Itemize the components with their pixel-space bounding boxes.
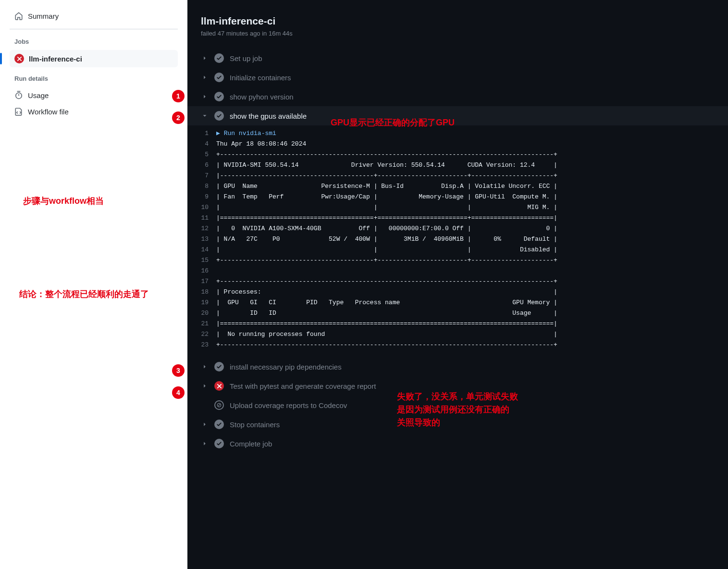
line-content: +---------------------------------------… bbox=[216, 340, 728, 350]
chevron-right-icon bbox=[201, 54, 209, 62]
step-label: Upload coverage reports to Codecov bbox=[230, 401, 347, 409]
usage-link[interactable]: Usage bbox=[10, 87, 178, 103]
log-line: 18| Processes: | bbox=[187, 287, 728, 297]
line-number: 23 bbox=[187, 340, 216, 350]
log-line: 6| NVIDIA-SMI 550.54.14 Driver Version: … bbox=[187, 160, 728, 171]
x-icon bbox=[214, 381, 224, 391]
check-icon bbox=[214, 439, 224, 448]
log-line: 4Thu Apr 18 08:08:46 2024 bbox=[187, 139, 728, 149]
line-content: +---------------------------------------… bbox=[216, 255, 728, 266]
line-number: 16 bbox=[187, 266, 216, 276]
log-line: 19| GPU GI CI PID Type Process name GPU … bbox=[187, 297, 728, 308]
log-line: 17+-------------------------------------… bbox=[187, 276, 728, 287]
step-row[interactable]: show the gpus available bbox=[187, 106, 728, 125]
line-number: 8 bbox=[187, 181, 216, 192]
line-content: | Fan Temp Perf Pwr:Usage/Cap | Memory-U… bbox=[216, 192, 728, 202]
time-ago: 47 minutes ago bbox=[218, 30, 260, 37]
line-number: 11 bbox=[187, 213, 216, 223]
annotation-steps: 步骤与workflow相当 bbox=[23, 195, 104, 207]
line-number: 7 bbox=[187, 171, 216, 181]
log-line: 7|--------------------------------------… bbox=[187, 171, 728, 181]
chevron-right-icon bbox=[201, 421, 209, 428]
line-number: 15 bbox=[187, 255, 216, 266]
line-number: 4 bbox=[187, 139, 216, 149]
step-row[interactable]: Set up job bbox=[187, 49, 728, 68]
log-line: 23+-------------------------------------… bbox=[187, 340, 728, 350]
annotation-badge-4: 4 bbox=[172, 386, 185, 399]
line-number: 17 bbox=[187, 276, 216, 287]
step-row[interactable]: Test with pytest and generate coverage r… bbox=[187, 376, 728, 396]
duration: 16m 44s bbox=[269, 30, 293, 37]
chevron-right-icon bbox=[201, 74, 209, 81]
step-label: show the gpus available bbox=[230, 112, 307, 120]
line-number: 21 bbox=[187, 319, 216, 329]
step-label: Complete job bbox=[230, 440, 272, 448]
status-word: failed bbox=[201, 30, 216, 37]
line-content bbox=[216, 266, 728, 276]
annotation-badge-3: 3 bbox=[172, 364, 185, 377]
run-details-heading: Run details bbox=[10, 73, 178, 84]
stopwatch-icon bbox=[14, 91, 23, 99]
log-line: 14| | | Disabled | bbox=[187, 245, 728, 255]
line-content: | NVIDIA-SMI 550.54.14 Driver Version: 5… bbox=[216, 160, 728, 171]
run-meta: failed 47 minutes ago in 16m 44s bbox=[201, 30, 715, 37]
line-content: | GPU GI CI PID Type Process name GPU Me… bbox=[216, 297, 728, 308]
log-line: 15+-------------------------------------… bbox=[187, 255, 728, 266]
log-line: 11|=====================================… bbox=[187, 213, 728, 223]
line-content: +---------------------------------------… bbox=[216, 276, 728, 287]
log-line: 22| No running processes found | bbox=[187, 329, 728, 340]
step-label: Stop containers bbox=[230, 421, 280, 429]
chevron-right-icon bbox=[201, 363, 209, 371]
line-number: 22 bbox=[187, 329, 216, 340]
step-label: Test with pytest and generate coverage r… bbox=[230, 382, 376, 390]
line-content: | N/A 27C P0 52W / 400W | 3MiB / 40960Mi… bbox=[216, 234, 728, 245]
log-line: 12| 0 NVIDIA A100-SXM4-40GB Off | 000000… bbox=[187, 223, 728, 234]
line-number: 9 bbox=[187, 192, 216, 202]
jobs-heading: Jobs bbox=[10, 36, 178, 47]
usage-label: Usage bbox=[28, 91, 49, 99]
home-icon bbox=[14, 12, 23, 20]
main-panel: llm-inference-ci failed 47 minutes ago i… bbox=[187, 0, 728, 569]
check-icon bbox=[214, 111, 224, 121]
step-label: Initialize containers bbox=[230, 74, 291, 82]
summary-label: Summary bbox=[28, 12, 59, 20]
chevron-down-icon bbox=[201, 112, 209, 120]
line-number: 12 bbox=[187, 223, 216, 234]
log-line: 21|=====================================… bbox=[187, 319, 728, 329]
chevron-right-icon bbox=[201, 382, 209, 390]
skip-icon bbox=[214, 400, 224, 410]
log-line: 16 bbox=[187, 266, 728, 276]
line-content: |=======================================… bbox=[216, 213, 728, 223]
check-icon bbox=[214, 53, 224, 63]
log-output: 1▶ Run nvidia-smi4Thu Apr 18 08:08:46 20… bbox=[187, 125, 728, 357]
step-row[interactable]: Initialize containers bbox=[187, 68, 728, 87]
log-line: 10| | | MIG M. | bbox=[187, 202, 728, 213]
workflow-file-link[interactable]: Workflow file bbox=[10, 103, 178, 120]
workflow-file-label: Workflow file bbox=[28, 108, 69, 116]
chevron-right-icon bbox=[201, 440, 209, 447]
check-icon bbox=[214, 92, 224, 101]
step-row[interactable]: Complete job bbox=[187, 434, 728, 453]
line-content: | | | Disabled | bbox=[216, 245, 728, 255]
check-icon bbox=[214, 73, 224, 82]
line-number: 13 bbox=[187, 234, 216, 245]
check-icon bbox=[214, 420, 224, 429]
line-number: 20 bbox=[187, 308, 216, 319]
step-row[interactable]: Stop containers bbox=[187, 415, 728, 434]
log-line: 9| Fan Temp Perf Pwr:Usage/Cap | Memory-… bbox=[187, 192, 728, 202]
line-number: 18 bbox=[187, 287, 216, 297]
step-row[interactable]: show pyhon version bbox=[187, 87, 728, 106]
log-line: 5+--------------------------------------… bbox=[187, 149, 728, 160]
step-row[interactable]: Upload coverage reports to Codecov bbox=[187, 396, 728, 415]
line-number: 6 bbox=[187, 160, 216, 171]
line-content: Thu Apr 18 08:08:46 2024 bbox=[216, 139, 728, 149]
job-name: llm-inference-ci bbox=[29, 55, 82, 63]
job-item[interactable]: llm-inference-ci bbox=[10, 50, 178, 67]
line-content: ▶ Run nvidia-smi bbox=[216, 128, 728, 139]
fail-icon bbox=[14, 54, 24, 63]
line-content: | 0 NVIDIA A100-SXM4-40GB Off | 00000000… bbox=[216, 223, 728, 234]
run-title: llm-inference-ci bbox=[201, 15, 715, 27]
step-row[interactable]: install necessary pip dependencies bbox=[187, 357, 728, 376]
summary-link[interactable]: Summary bbox=[10, 8, 178, 24]
line-number: 10 bbox=[187, 202, 216, 213]
